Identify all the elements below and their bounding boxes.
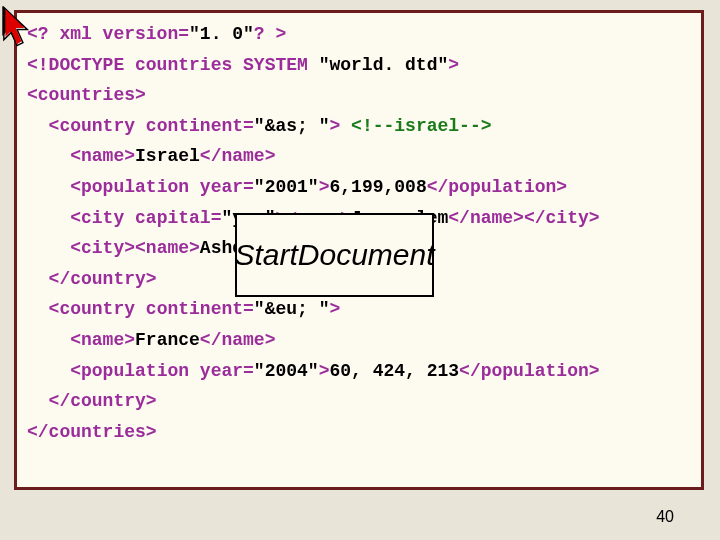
code-line: <name>France</name> bbox=[27, 325, 691, 356]
code-line: </country> bbox=[27, 386, 691, 417]
code-line: <!DOCTYPE countries SYSTEM "world. dtd"> bbox=[27, 50, 691, 81]
code-line: <countries> bbox=[27, 80, 691, 111]
code-line: <population year="2001">6,199,008</popul… bbox=[27, 172, 691, 203]
code-line: <name>Israel</name> bbox=[27, 141, 691, 172]
overlay-label: StartDocument bbox=[235, 213, 434, 297]
cursor-icon bbox=[2, 6, 38, 50]
code-box: <? xml version="1. 0"? ><!DOCTYPE countr… bbox=[14, 10, 704, 490]
code-line: </countries> bbox=[27, 417, 691, 448]
page-number: 40 bbox=[656, 508, 674, 526]
code-line: <? xml version="1. 0"? > bbox=[27, 19, 691, 50]
code-line: <country continent="&eu; "> bbox=[27, 294, 691, 325]
code-line: <country continent="&as; "> <!--israel--… bbox=[27, 111, 691, 142]
code-line: <population year="2004">60, 424, 213</po… bbox=[27, 356, 691, 387]
